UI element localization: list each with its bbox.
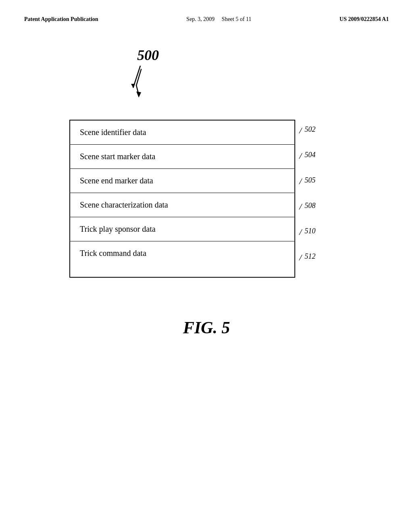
ref-504: 504 (305, 151, 315, 159)
flow-indicator: 500 (24, 47, 389, 104)
ref-504-container: / 504 (299, 151, 315, 176)
slash-512: / (299, 252, 302, 263)
row-trick-command: Trick command data (70, 241, 294, 265)
header-patent-number: US 2009/0222854 A1 (340, 16, 389, 23)
ref-512: 512 (305, 252, 315, 261)
ref-505: 505 (305, 176, 315, 185)
page-header: Patent Application Publication Sep. 3, 2… (24, 16, 389, 23)
reference-numbers-column: / 502 / 504 / 505 / 508 / 510 / 512 (299, 120, 315, 278)
row-trick-play-sponsor-label: Trick play sponsor data (80, 224, 156, 233)
header-publication-type: Patent Application Publication (24, 16, 98, 23)
ref-510-container: / 510 (299, 227, 315, 252)
slash-504: / (299, 151, 302, 161)
arrow-down-icon (129, 66, 153, 104)
row-trick-command-label: Trick command data (80, 249, 146, 258)
header-date-sheet: Sep. 3, 2009 Sheet 5 of 11 (186, 16, 251, 23)
header-sheet: Sheet 5 of 11 (222, 16, 252, 22)
ref-512-container: / 512 (299, 252, 315, 278)
row-scene-start-marker: Scene start marker data (70, 145, 294, 169)
row-scene-end-marker-label: Scene end marker data (80, 176, 153, 185)
data-structure-container: Scene identifier data Scene start marker… (69, 120, 344, 278)
slash-510: / (299, 227, 302, 237)
row-scene-start-marker-label: Scene start marker data (80, 152, 155, 161)
ref-508: 508 (305, 202, 315, 210)
ref-510: 510 (305, 227, 315, 235)
slash-505: / (299, 176, 302, 187)
row-trick-play-sponsor: Trick play sponsor data (70, 217, 294, 241)
ref-505-container: / 505 (299, 176, 315, 202)
ref-502: 502 (305, 125, 315, 134)
slash-502: / (299, 125, 302, 136)
row-scene-identifier-label: Scene identifier data (80, 128, 146, 137)
ref-508-container: / 508 (299, 202, 315, 227)
svg-marker-1 (131, 84, 135, 88)
slash-508: / (299, 202, 302, 212)
figure-label: FIG. 5 (24, 318, 389, 337)
row-scene-characterization: Scene characterization data (70, 193, 294, 217)
row-scene-end-marker: Scene end marker data (70, 169, 294, 193)
ref-502-container: / 502 (299, 125, 315, 151)
row-scene-identifier: Scene identifier data (70, 121, 294, 145)
header-date: Sep. 3, 2009 (186, 16, 215, 22)
page: Patent Application Publication Sep. 3, 2… (0, 0, 413, 532)
row-scene-characterization-label: Scene characterization data (80, 200, 168, 209)
flow-label-500: 500 (137, 47, 159, 64)
data-structure-box: Scene identifier data Scene start marker… (69, 120, 295, 278)
